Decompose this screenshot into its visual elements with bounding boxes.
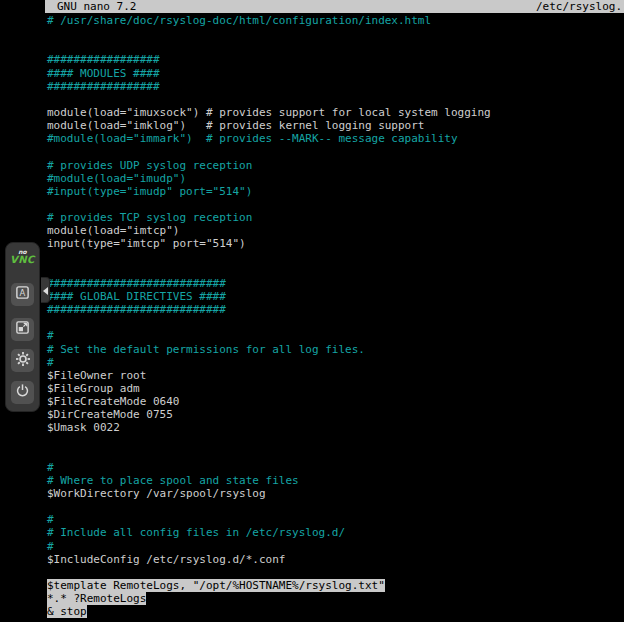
editor-line: # Include all config files in /etc/rsysl…: [45, 526, 624, 539]
editor-line: [45, 198, 624, 211]
editor-line: [45, 448, 624, 461]
fullscreen-icon: [15, 320, 30, 339]
editor-line: # Set the default permissions for all lo…: [45, 343, 624, 356]
editor-line: [45, 251, 624, 264]
terminal-window[interactable]: GNU nano 7.2 /etc/rsyslog. # /usr/share/…: [45, 0, 624, 622]
editor-line: # provides TCP syslog reception: [45, 211, 624, 224]
editor-line: module(load="imtcp"): [45, 224, 624, 237]
editor-line: # provides UDP syslog reception: [45, 159, 624, 172]
editor-line: $FileOwner root: [45, 369, 624, 382]
editor-line: #################: [45, 53, 624, 66]
editor-line: [45, 145, 624, 158]
editor-line: [45, 435, 624, 448]
editor-line: & stop: [45, 605, 624, 618]
editor-line: # /usr/share/doc/rsyslog-doc/html/config…: [45, 14, 624, 27]
editor-line: $FileGroup adm: [45, 382, 624, 395]
editor-line: #### MODULES ####: [45, 67, 624, 80]
fullscreen-button[interactable]: [11, 318, 34, 341]
editor-line: [45, 566, 624, 579]
editor-line: #: [45, 461, 624, 474]
editor-line: [45, 40, 624, 53]
editor-line: [45, 93, 624, 106]
nano-version-label: GNU nano 7.2: [45, 0, 136, 13]
editor-line: #: [45, 540, 624, 553]
editor-line: module(load="imuxsock") # provides suppo…: [45, 106, 624, 119]
power-button[interactable]: [11, 381, 34, 404]
editor-line: $FileCreateMode 0640: [45, 395, 624, 408]
editor-line: [45, 264, 624, 277]
editor-line: ###########################: [45, 277, 624, 290]
nano-filename-label: /etc/rsyslog.: [536, 0, 624, 13]
vnc-control-bar-handle[interactable]: [41, 277, 50, 303]
editor-line: input(type="imtcp" port="514"): [45, 237, 624, 250]
vnc-logo-vnc-label: VNC: [6, 255, 39, 265]
editor-line: $DirCreateMode 0755: [45, 408, 624, 421]
editor-line: $template RemoteLogs, "/opt/%HOSTNAME%/r…: [45, 579, 624, 592]
editor-line: *.* ?RemoteLogs: [45, 592, 624, 605]
editor-line: #: [45, 356, 624, 369]
editor-line: module(load="imklog") # provides kernel …: [45, 119, 624, 132]
vnc-logo: no VNC: [6, 243, 39, 265]
clipboard-icon: A: [15, 285, 30, 304]
editor-line: ###########################: [45, 303, 624, 316]
editor-line: [45, 500, 624, 513]
editor-line: $Umask 0022: [45, 421, 624, 434]
editor-line: #module(load="imudp"): [45, 172, 624, 185]
editor-line: [45, 27, 624, 40]
collapse-arrow-icon: [42, 281, 49, 300]
editor-line: $IncludeConfig /etc/rsyslog.d/*.conf: [45, 553, 624, 566]
editor-line: #module(load="immark") # provides --MARK…: [45, 132, 624, 145]
settings-gear-icon: [15, 351, 31, 371]
editor-line: #################: [45, 80, 624, 93]
editor-line: #: [45, 513, 624, 526]
editor-line: #### GLOBAL DIRECTIVES ####: [45, 290, 624, 303]
editor-line: $WorkDirectory /var/spool/rsyslog: [45, 487, 624, 500]
editor-line: #input(type="imudp" port="514"): [45, 185, 624, 198]
editor-lines[interactable]: # /usr/share/doc/rsyslog-doc/html/config…: [45, 13, 624, 618]
svg-text:A: A: [20, 288, 26, 298]
editor-line: #: [45, 329, 624, 342]
nano-titlebar: GNU nano 7.2 /etc/rsyslog.: [45, 0, 624, 13]
power-icon: [15, 383, 30, 402]
editor-line: [45, 316, 624, 329]
settings-button[interactable]: [11, 349, 34, 372]
editor-line: # Where to place spool and state files: [45, 474, 624, 487]
clipboard-button[interactable]: A: [11, 283, 34, 306]
